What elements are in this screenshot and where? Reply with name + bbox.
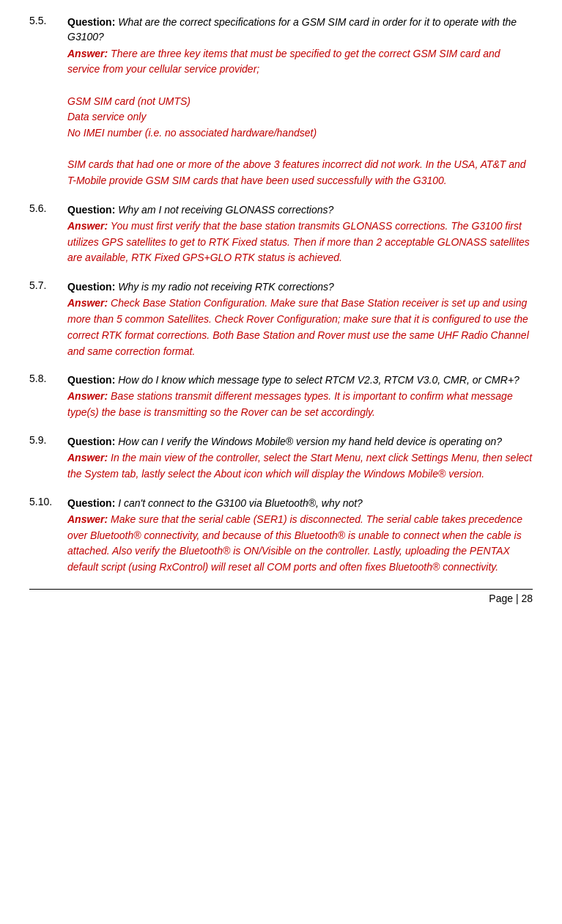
- qa-block: 5.5.Question: What are the correct speci…: [29, 15, 533, 189]
- section-number: 5.5.: [29, 15, 67, 189]
- question-line: Question: Why is my radio not receiving …: [67, 279, 533, 294]
- answer-text: In the main view of the controller, sele…: [67, 452, 532, 480]
- answer-label: Answer:: [67, 48, 108, 59]
- answer-block: Answer: You must first verify that the b…: [67, 219, 533, 266]
- question-line: Question: I can't connect to the G3100 v…: [67, 496, 533, 510]
- question-line: Question: How do I know which message ty…: [67, 373, 533, 387]
- section-number: 5.6.: [29, 202, 67, 266]
- qa-block: 5.6.Question: Why am I not receiving GLO…: [29, 202, 533, 266]
- qa-block: 5.7.Question: Why is my radio not receiv…: [29, 279, 533, 359]
- question-text: Why am I not receiving GLONASS correctio…: [115, 204, 333, 216]
- answer-label: Answer:: [67, 297, 108, 309]
- answer-block: Answer: In the main view of the controll…: [67, 450, 533, 482]
- answer-text: Base stations transmit different message…: [67, 390, 513, 418]
- main-content: 5.5.Question: What are the correct speci…: [29, 15, 533, 576]
- qa-content: Question: How can I verify the Windows M…: [67, 434, 533, 483]
- section-number: 5.9.: [29, 434, 67, 483]
- answer-text: Check Base Station Configuration. Make s…: [67, 297, 529, 356]
- answer-label: Answer:: [67, 513, 108, 525]
- question-text: What are the correct specifications for …: [67, 16, 517, 43]
- question-line: Question: How can I verify the Windows M…: [67, 434, 533, 449]
- section-number: 5.7.: [29, 279, 67, 359]
- qa-content: Question: What are the correct specifica…: [67, 15, 533, 189]
- answer-block: Answer: There are three key items that m…: [67, 46, 533, 189]
- question-text: How do I know which message type to sele…: [115, 374, 520, 386]
- qa-block: 5.9.Question: How can I verify the Windo…: [29, 434, 533, 483]
- page-number: Page | 28: [489, 593, 533, 604]
- answer-block: Answer: Base stations transmit different…: [67, 389, 533, 420]
- answer-label: Answer:: [67, 390, 108, 402]
- qa-content: Question: Why is my radio not receiving …: [67, 279, 533, 359]
- question-line: Question: Why am I not receiving GLONASS…: [67, 202, 533, 217]
- section-number: 5.10.: [29, 496, 67, 576]
- answer-block: Answer: Make sure that the serial cable …: [67, 512, 533, 576]
- page-footer: Page | 28: [29, 589, 533, 604]
- answer-text: Make sure that the serial cable (SER1) i…: [67, 513, 522, 573]
- answer-text: You must first verify that the base stat…: [67, 220, 530, 263]
- answer-label: Answer:: [67, 220, 108, 232]
- qa-content: Question: I can't connect to the G3100 v…: [67, 496, 533, 576]
- question-label: Question:: [67, 281, 115, 293]
- answer-block: Answer: Check Base Station Configuration…: [67, 296, 533, 359]
- question-text: Why is my radio not receiving RTK correc…: [115, 281, 334, 293]
- qa-block: 5.10.Question: I can't connect to the G3…: [29, 496, 533, 576]
- question-label: Question:: [67, 436, 115, 447]
- question-line: Question: What are the correct specifica…: [67, 15, 533, 45]
- question-label: Question:: [67, 374, 115, 386]
- answer-label: Answer:: [67, 452, 108, 463]
- qa-content: Question: Why am I not receiving GLONASS…: [67, 202, 533, 266]
- qa-block: 5.8.Question: How do I know which messag…: [29, 373, 533, 421]
- question-label: Question:: [67, 204, 115, 216]
- section-number: 5.8.: [29, 373, 67, 421]
- question-text: How can I verify the Windows Mobile® ver…: [115, 436, 502, 447]
- question-label: Question:: [67, 497, 115, 509]
- question-label: Question:: [67, 16, 115, 28]
- question-text: I can't connect to the G3100 via Bluetoo…: [115, 497, 363, 509]
- qa-content: Question: How do I know which message ty…: [67, 373, 533, 421]
- answer-text: There are three key items that must be s…: [67, 48, 526, 187]
